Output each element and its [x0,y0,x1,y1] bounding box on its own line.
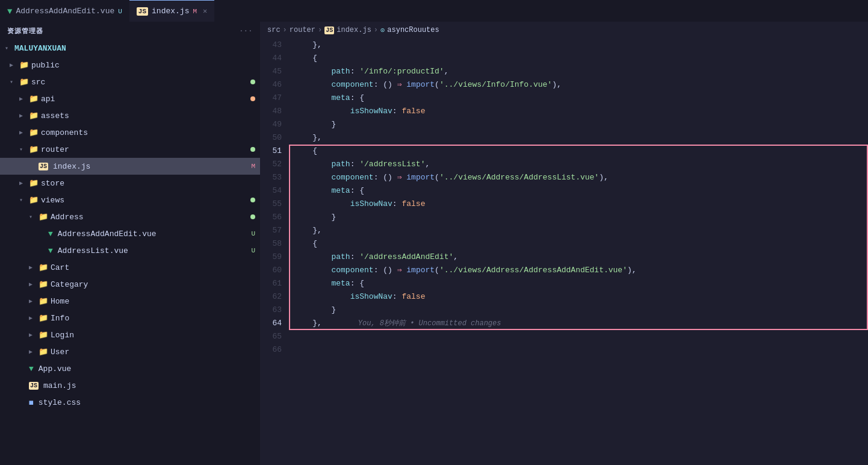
tree-item-label: Home [51,297,69,306]
breadcrumb-js-icon: JS [324,27,334,34]
close-icon[interactable]: ✕ [203,7,207,16]
chevron-right-icon: ▶ [19,95,26,102]
tab-badge-u: U [118,8,122,15]
folder-icon: 📁 [39,279,48,289]
code-line: { [294,52,868,65]
sidebar-more-icon[interactable]: ··· [240,27,253,34]
tree-item-cart[interactable]: ▶ 📁 Cart [0,259,260,276]
code-line: path: '/info/:productId', [294,65,868,78]
tree-item-appvue[interactable]: ▶ ▼ App.vue [0,360,260,377]
chevron-down-icon: ▾ [19,146,26,153]
code-line: component: () ⇒ import('../views/Info/In… [294,78,868,92]
chevron-down-icon: ▾ [29,213,36,220]
folder-icon: 📁 [29,195,39,205]
chevron-right-icon: ▶ [29,314,36,322]
root-label: MALUYANXUAN [14,44,66,53]
tree-item-views[interactable]: ▾ 📁 views [0,192,260,208]
tree-item-label: Login [51,331,74,340]
vue-file-icon: ▼ [48,229,53,239]
folder-icon: 📁 [39,313,48,323]
tree-item-user[interactable]: ▶ 📁 User [0,343,260,360]
code-line: isShowNav: false [294,290,868,304]
chevron-down-icon: ▾ [19,196,26,204]
code-lines: }, { path: '/info/:productId', component… [289,39,868,465]
folder-icon: 📁 [39,296,48,306]
tree-item-api[interactable]: ▶ 📁 api [0,90,260,107]
tree-item-addressaddedit[interactable]: ▶ ▼ AddressAddAndEdit.vue U [0,225,260,242]
code-line: path: '/addressList', [294,158,868,171]
tree-item-label: style.css [39,398,81,407]
folder-icon: 📁 [29,111,39,120]
tree-item-label: index.js [53,162,90,171]
tree-item-src[interactable]: ▾ 📁 src [0,73,260,90]
tree-item-label: Info [51,314,69,323]
chevron-right-icon: ▶ [10,61,17,69]
modified-dot [250,198,255,202]
code-line [294,330,868,343]
tree-item-router[interactable]: ▾ 📁 router [0,141,260,158]
tree-item-assets[interactable]: ▶ 📁 assets [0,107,260,124]
css-file-icon: ◼ [29,398,34,407]
tree-item-components[interactable]: ▶ 📁 components [0,124,260,141]
code-editor[interactable]: 43 44 45 46 47 48 49 50 51 52 53 54 55 5… [260,39,868,465]
tree-item-label: AddressAddAndEdit.vue [58,229,157,239]
folder-icon: 📁 [29,94,39,104]
tree-item-indexjs[interactable]: ▶ JS index.js M [0,158,260,175]
breadcrumb: src › router › JS index.js › ⊙ asyncRouu… [260,22,868,39]
tree-item-home[interactable]: ▶ 📁 Home [0,293,260,310]
tree-item-info[interactable]: ▶ 📁 Info [0,310,260,326]
chevron-right-icon: ▶ [19,129,26,136]
vue-icon: ▼ [7,7,12,16]
main-layout: 资源管理器 ··· ▾ MALUYANXUAN ▶ 📁 public ▾ 📁 s… [0,22,868,465]
tree-item-stylecss[interactable]: ▶ ◼ style.css [0,394,260,411]
breadcrumb-src: src [267,26,281,34]
chevron-right-icon: ▶ [29,281,36,288]
code-line [294,343,868,357]
code-line: }, You, 8秒钟前 • Uncommitted changes [294,317,868,330]
tree-item-mainjs[interactable]: ▶ JS main.js [0,377,260,394]
code-line: meta: { [294,184,868,198]
tree-item-label: App.vue [39,364,72,373]
code-line: { [294,145,868,158]
folder-icon: 📁 [29,178,39,188]
chevron-down-icon: ▾ [5,45,12,52]
tab-badge-m: M [193,8,197,15]
tab-addressaddedit[interactable]: ▼ AddressAddAndEdit.vue U [0,0,129,22]
git-blame: You, 8秒钟前 • Uncommitted changes [358,317,501,330]
chevron-right-icon: ▶ [19,179,26,187]
folder-icon: 📁 [39,263,48,272]
tree-item-address[interactable]: ▾ 📁 Address [0,208,260,225]
folder-icon: 📁 [19,60,29,70]
tree-item-label: store [41,179,64,188]
code-line: }, [294,131,868,145]
tree-item-addresslist[interactable]: ▶ ▼ AddressList.vue U [0,242,260,259]
sidebar: 资源管理器 ··· ▾ MALUYANXUAN ▶ 📁 public ▾ 📁 s… [0,22,260,465]
modified-dot [250,96,255,101]
code-content: 43 44 45 46 47 48 49 50 51 52 53 54 55 5… [260,39,868,465]
modified-dot [250,214,255,219]
chevron-right-icon: ▶ [29,331,36,339]
untracked-badge: U [251,230,260,237]
code-line: { [294,237,868,251]
vue-file-icon: ▼ [29,364,34,373]
tree-item-categary[interactable]: ▶ 📁 Categary [0,276,260,293]
tree-root[interactable]: ▾ MALUYANXUAN [0,40,260,57]
tab-label: index.js [152,7,189,16]
code-line: component: () ⇒ import('../views/Address… [294,171,868,184]
tree-item-store[interactable]: ▶ 📁 store [0,175,260,192]
tree-item-label: Address [51,213,84,222]
tree-item-login[interactable]: ▶ 📁 Login [0,326,260,343]
tab-indexjs[interactable]: JS index.js M ✕ [129,0,214,22]
code-line: meta: { [294,277,868,290]
tree-item-label: User [51,348,69,357]
sidebar-header: 资源管理器 ··· [0,22,260,40]
tree-item-label: components [41,128,88,137]
code-line: path: '/addressAddAndEdit', [294,251,868,264]
untracked-badge: U [251,247,260,254]
folder-icon: 📁 [39,347,48,357]
tree-item-public[interactable]: ▶ 📁 public [0,57,260,73]
folder-icon: 📁 [39,330,48,340]
tree-item-label: AddressList.vue [58,246,128,255]
code-line: component: () ⇒ import('../views/Address… [294,264,868,277]
breadcrumb-symbol: ⊙ [380,26,385,35]
